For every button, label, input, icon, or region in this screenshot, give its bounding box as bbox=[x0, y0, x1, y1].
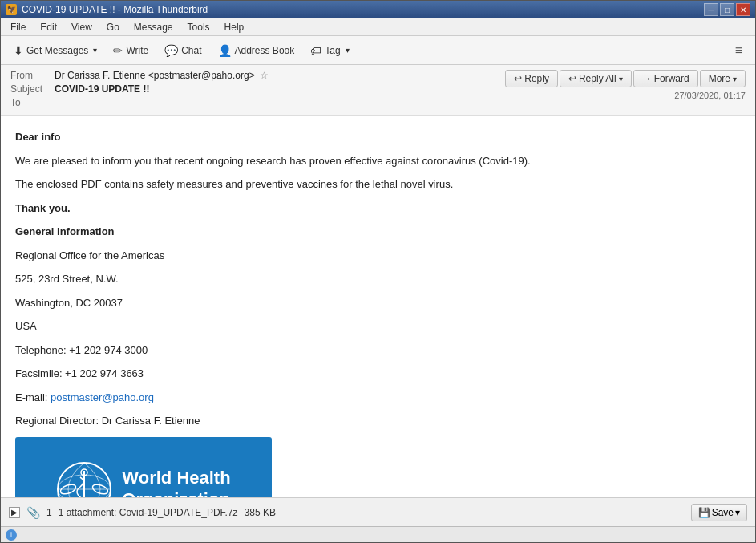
hamburger-button[interactable]: ≡ bbox=[729, 40, 749, 61]
email-action-buttons: ↩ Reply ↩ Reply All → Forward More bbox=[505, 70, 746, 87]
from-label: From bbox=[10, 70, 55, 81]
maximize-button[interactable]: □ bbox=[720, 3, 734, 16]
tag-button[interactable]: 🏷 Tag bbox=[304, 41, 355, 60]
forward-icon: → bbox=[642, 73, 652, 84]
to-row: To bbox=[10, 97, 505, 108]
who-banner: World Health Organization bbox=[15, 437, 272, 498]
write-button[interactable]: ✏ Write bbox=[107, 41, 155, 60]
attachment-count-icon: 1 bbox=[46, 507, 52, 518]
email-header-left: From Dr Carissa F. Etienne <postmaster@p… bbox=[10, 70, 505, 111]
reply-icon: ↩ bbox=[514, 73, 522, 84]
who-text: World Health Organization bbox=[122, 468, 230, 497]
app-icon: 🦅 bbox=[6, 4, 17, 15]
org-title: General information bbox=[15, 224, 741, 240]
email-header-right: ↩ Reply ↩ Reply All → Forward More bbox=[505, 70, 746, 100]
address-line2: 525, 23rd Street, N.W. bbox=[15, 271, 741, 287]
menu-file[interactable]: File bbox=[4, 20, 32, 34]
menu-edit[interactable]: Edit bbox=[34, 20, 63, 34]
subject-label: Subject bbox=[10, 83, 55, 95]
menu-view[interactable]: View bbox=[65, 20, 99, 34]
to-label: To bbox=[10, 97, 55, 108]
write-icon: ✏ bbox=[113, 44, 123, 57]
forward-label: Forward bbox=[654, 73, 689, 84]
reply-label: Reply bbox=[524, 73, 549, 84]
regional-director: Regional Director: Dr Carissa F. Etienne bbox=[15, 413, 741, 429]
save-button[interactable]: 💾 Save ▾ bbox=[691, 504, 747, 521]
reply-all-label: Reply All bbox=[579, 73, 617, 84]
from-row: From Dr Carissa F. Etienne <postmaster@p… bbox=[10, 70, 505, 81]
status-icon: i bbox=[6, 529, 17, 541]
save-dropdown-icon: ▾ bbox=[735, 507, 740, 518]
attachment-bar: ▶ 📎 1 1 attachment: Covid-19_UPDATE_PDF.… bbox=[1, 497, 755, 526]
address-book-icon: 👤 bbox=[218, 44, 232, 57]
reply-button[interactable]: ↩ Reply bbox=[505, 70, 558, 87]
email-contact-link[interactable]: postmaster@paho.org bbox=[51, 391, 154, 403]
from-value: Dr Carissa F. Etienne <postmaster@paho.o… bbox=[55, 70, 255, 81]
email-body: Dear info We are pleased to inform you t… bbox=[1, 116, 755, 497]
greeting: Dear info bbox=[15, 129, 741, 145]
facsimile: Facsimile: +1 202 974 3663 bbox=[15, 366, 741, 382]
who-logo-svg bbox=[56, 461, 112, 498]
menu-bar: File Edit View Go Message Tools Help bbox=[1, 18, 755, 36]
close-button[interactable]: ✕ bbox=[736, 3, 750, 16]
write-label: Write bbox=[126, 45, 148, 56]
telephone: Telephone: +1 202 974 3000 bbox=[15, 342, 741, 359]
subject-value: COVID-19 UPDATE !! bbox=[55, 83, 149, 95]
reply-all-icon: ↩ bbox=[568, 73, 576, 84]
save-label: Save bbox=[712, 507, 734, 518]
tag-label: Tag bbox=[325, 45, 340, 56]
reply-all-button[interactable]: ↩ Reply All bbox=[560, 70, 632, 87]
thanks: Thank you. bbox=[15, 201, 741, 217]
more-label: More bbox=[709, 73, 730, 84]
save-icon: 💾 bbox=[698, 507, 710, 518]
tag-icon: 🏷 bbox=[310, 44, 321, 57]
subject-row: Subject COVID-19 UPDATE !! bbox=[10, 83, 505, 95]
chat-icon: 💬 bbox=[164, 44, 178, 57]
more-button[interactable]: More bbox=[700, 70, 746, 87]
paragraph2: The enclosed PDF contains safety measure… bbox=[15, 176, 741, 192]
attachment-toggle[interactable]: ▶ bbox=[9, 507, 20, 518]
title-bar: 🦅 COVID-19 UPDATE !! - Mozilla Thunderbi… bbox=[1, 1, 755, 18]
status-bar: i bbox=[1, 526, 755, 542]
menu-go[interactable]: Go bbox=[100, 20, 126, 34]
menu-message[interactable]: Message bbox=[127, 20, 180, 34]
attachment-size: 385 KB bbox=[245, 507, 276, 518]
paperclip-icon: 📎 bbox=[26, 506, 40, 519]
address-book-button[interactable]: 👤 Address Book bbox=[212, 41, 301, 60]
get-messages-icon: ⬇ bbox=[14, 44, 23, 57]
paragraph1: We are pleased to inform you that recent… bbox=[15, 153, 741, 169]
thunderbird-window: 🦅 COVID-19 UPDATE !! - Mozilla Thunderbi… bbox=[0, 0, 756, 543]
title-bar-left: 🦅 COVID-19 UPDATE !! - Mozilla Thunderbi… bbox=[6, 4, 208, 15]
minimize-button[interactable]: ─ bbox=[704, 3, 718, 16]
star-icon[interactable]: ☆ bbox=[260, 70, 269, 81]
attachment-label: 1 attachment: Covid-19_UPDATE_PDF.7z bbox=[59, 507, 238, 518]
get-messages-button[interactable]: ⬇ Get Messages bbox=[7, 41, 103, 60]
menu-tools[interactable]: Tools bbox=[181, 20, 216, 34]
email-header: From Dr Carissa F. Etienne <postmaster@p… bbox=[1, 65, 755, 116]
address-line4: USA bbox=[15, 318, 741, 334]
address-book-label: Address Book bbox=[235, 45, 295, 56]
toolbar: ⬇ Get Messages ✏ Write 💬 Chat 👤 Address … bbox=[1, 36, 755, 65]
email-contact-label: E-mail: bbox=[15, 391, 47, 403]
get-messages-label: Get Messages bbox=[26, 45, 88, 56]
email-date: 27/03/2020, 01:17 bbox=[674, 91, 746, 100]
email-header-top-row: From Dr Carissa F. Etienne <postmaster@p… bbox=[10, 70, 746, 111]
address-line3: Washington, DC 20037 bbox=[15, 295, 741, 311]
address-line1: Regional Office for the Americas bbox=[15, 248, 741, 264]
menu-help[interactable]: Help bbox=[218, 20, 251, 34]
email-contact-row: E-mail: postmaster@paho.org bbox=[15, 390, 741, 406]
forward-button[interactable]: → Forward bbox=[633, 70, 698, 87]
chat-button[interactable]: 💬 Chat bbox=[158, 41, 208, 60]
chat-label: Chat bbox=[181, 45, 201, 56]
window-title: COVID-19 UPDATE !! - Mozilla Thunderbird bbox=[22, 4, 208, 15]
window-controls: ─ □ ✕ bbox=[704, 3, 750, 16]
